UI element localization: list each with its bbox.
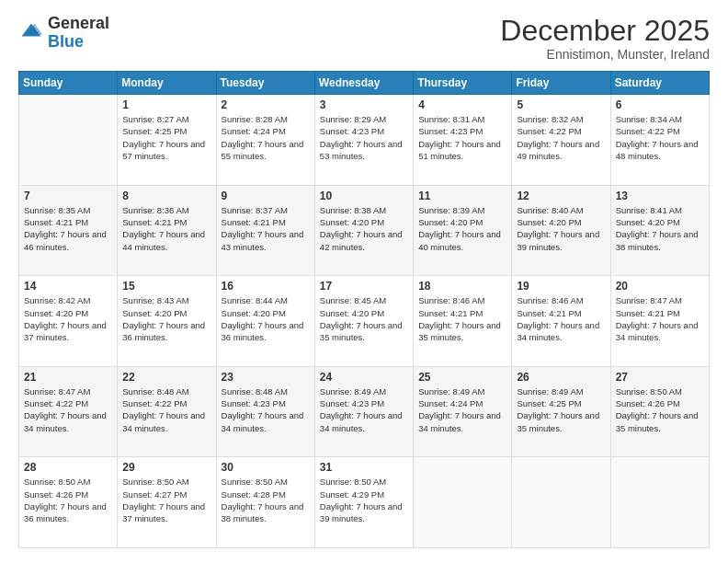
day-header-wednesday: Wednesday bbox=[314, 72, 413, 95]
calendar-cell: 11Sunrise: 8:39 AMSunset: 4:20 PMDayligh… bbox=[414, 185, 512, 276]
title-section: December 2025 Ennistimon, Munster, Irela… bbox=[500, 15, 710, 62]
day-detail: Sunrise: 8:45 AMSunset: 4:20 PMDaylight:… bbox=[320, 294, 408, 343]
day-number: 2 bbox=[222, 98, 310, 111]
header: General Blue December 2025 Ennistimon, M… bbox=[18, 15, 710, 62]
calendar-cell: 2Sunrise: 8:28 AMSunset: 4:24 PMDaylight… bbox=[216, 95, 314, 186]
logo-general-text: General bbox=[48, 14, 109, 32]
day-detail: Sunrise: 8:36 AMSunset: 4:21 PMDaylight:… bbox=[122, 204, 210, 253]
day-detail: Sunrise: 8:31 AMSunset: 4:23 PMDaylight:… bbox=[418, 113, 506, 162]
calendar-cell bbox=[414, 457, 512, 548]
day-number: 20 bbox=[616, 280, 704, 293]
logo: General Blue bbox=[18, 15, 109, 52]
day-detail: Sunrise: 8:50 AMSunset: 4:26 PMDaylight:… bbox=[616, 385, 704, 434]
day-detail: Sunrise: 8:47 AMSunset: 4:22 PMDaylight:… bbox=[24, 385, 112, 434]
calendar-cell: 29Sunrise: 8:50 AMSunset: 4:27 PMDayligh… bbox=[118, 457, 216, 548]
day-number: 16 bbox=[222, 280, 310, 293]
month-title: December 2025 bbox=[500, 15, 710, 47]
calendar-cell: 31Sunrise: 8:50 AMSunset: 4:29 PMDayligh… bbox=[314, 457, 413, 548]
day-detail: Sunrise: 8:50 AMSunset: 4:27 PMDaylight:… bbox=[122, 476, 210, 524]
day-number: 18 bbox=[418, 280, 506, 293]
day-detail: Sunrise: 8:40 AMSunset: 4:20 PMDaylight:… bbox=[517, 204, 605, 253]
day-number: 6 bbox=[616, 98, 704, 111]
calendar-cell: 14Sunrise: 8:42 AMSunset: 4:20 PMDayligh… bbox=[19, 276, 118, 367]
day-detail: Sunrise: 8:41 AMSunset: 4:20 PMDaylight:… bbox=[616, 204, 704, 253]
calendar-cell: 18Sunrise: 8:46 AMSunset: 4:21 PMDayligh… bbox=[414, 276, 512, 367]
day-number: 27 bbox=[616, 371, 704, 384]
calendar-cell: 30Sunrise: 8:50 AMSunset: 4:28 PMDayligh… bbox=[216, 457, 314, 548]
calendar-week-row: 14Sunrise: 8:42 AMSunset: 4:20 PMDayligh… bbox=[19, 276, 710, 367]
day-number: 12 bbox=[517, 190, 605, 202]
calendar-cell bbox=[512, 457, 610, 548]
calendar-cell: 13Sunrise: 8:41 AMSunset: 4:20 PMDayligh… bbox=[610, 185, 709, 276]
calendar-cell: 8Sunrise: 8:36 AMSunset: 4:21 PMDaylight… bbox=[118, 185, 216, 276]
calendar-cell: 7Sunrise: 8:35 AMSunset: 4:21 PMDaylight… bbox=[19, 185, 118, 276]
day-number: 25 bbox=[418, 371, 506, 384]
day-header-friday: Friday bbox=[512, 72, 610, 95]
day-number: 3 bbox=[320, 98, 408, 111]
calendar-cell: 12Sunrise: 8:40 AMSunset: 4:20 PMDayligh… bbox=[512, 185, 610, 276]
day-detail: Sunrise: 8:29 AMSunset: 4:23 PMDaylight:… bbox=[320, 113, 408, 162]
day-detail: Sunrise: 8:46 AMSunset: 4:21 PMDaylight:… bbox=[517, 294, 605, 343]
day-detail: Sunrise: 8:44 AMSunset: 4:20 PMDaylight:… bbox=[222, 294, 310, 343]
logo-icon bbox=[18, 20, 44, 46]
day-header-sunday: Sunday bbox=[19, 72, 118, 95]
day-detail: Sunrise: 8:49 AMSunset: 4:25 PMDaylight:… bbox=[517, 385, 605, 434]
calendar-cell: 23Sunrise: 8:48 AMSunset: 4:23 PMDayligh… bbox=[216, 366, 314, 457]
day-number: 21 bbox=[24, 371, 112, 384]
day-number: 11 bbox=[418, 190, 506, 202]
calendar-cell: 24Sunrise: 8:49 AMSunset: 4:23 PMDayligh… bbox=[314, 366, 413, 457]
day-number: 10 bbox=[320, 190, 408, 202]
day-detail: Sunrise: 8:35 AMSunset: 4:21 PMDaylight:… bbox=[24, 204, 112, 253]
day-number: 31 bbox=[320, 461, 408, 474]
day-header-tuesday: Tuesday bbox=[216, 72, 314, 95]
day-number: 24 bbox=[320, 371, 408, 384]
calendar-cell: 6Sunrise: 8:34 AMSunset: 4:22 PMDaylight… bbox=[610, 95, 709, 186]
day-number: 29 bbox=[122, 461, 210, 474]
day-number: 8 bbox=[122, 190, 210, 202]
calendar-cell: 4Sunrise: 8:31 AMSunset: 4:23 PMDaylight… bbox=[414, 95, 512, 186]
calendar-cell: 15Sunrise: 8:43 AMSunset: 4:20 PMDayligh… bbox=[118, 276, 216, 367]
calendar-cell: 17Sunrise: 8:45 AMSunset: 4:20 PMDayligh… bbox=[314, 276, 413, 367]
day-detail: Sunrise: 8:47 AMSunset: 4:21 PMDaylight:… bbox=[616, 294, 704, 343]
calendar-week-row: 7Sunrise: 8:35 AMSunset: 4:21 PMDaylight… bbox=[19, 185, 710, 276]
day-detail: Sunrise: 8:43 AMSunset: 4:20 PMDaylight:… bbox=[122, 294, 210, 343]
day-header-monday: Monday bbox=[118, 72, 216, 95]
calendar-table: SundayMondayTuesdayWednesdayThursdayFrid… bbox=[18, 71, 710, 548]
calendar-cell bbox=[610, 457, 709, 548]
page: General Blue December 2025 Ennistimon, M… bbox=[0, 0, 728, 563]
calendar-cell: 3Sunrise: 8:29 AMSunset: 4:23 PMDaylight… bbox=[314, 95, 413, 186]
day-number: 15 bbox=[122, 280, 210, 293]
day-detail: Sunrise: 8:50 AMSunset: 4:28 PMDaylight:… bbox=[222, 476, 310, 524]
calendar-cell: 16Sunrise: 8:44 AMSunset: 4:20 PMDayligh… bbox=[216, 276, 314, 367]
calendar-week-row: 1Sunrise: 8:27 AMSunset: 4:25 PMDaylight… bbox=[19, 95, 710, 186]
location: Ennistimon, Munster, Ireland bbox=[500, 47, 710, 62]
day-number: 28 bbox=[24, 461, 112, 474]
day-detail: Sunrise: 8:42 AMSunset: 4:20 PMDaylight:… bbox=[24, 294, 112, 343]
day-detail: Sunrise: 8:49 AMSunset: 4:23 PMDaylight:… bbox=[320, 385, 408, 434]
calendar-cell: 21Sunrise: 8:47 AMSunset: 4:22 PMDayligh… bbox=[19, 366, 118, 457]
calendar-cell: 22Sunrise: 8:48 AMSunset: 4:22 PMDayligh… bbox=[118, 366, 216, 457]
day-number: 7 bbox=[24, 190, 112, 202]
calendar-cell: 5Sunrise: 8:32 AMSunset: 4:22 PMDaylight… bbox=[512, 95, 610, 186]
calendar-cell: 19Sunrise: 8:46 AMSunset: 4:21 PMDayligh… bbox=[512, 276, 610, 367]
day-detail: Sunrise: 8:50 AMSunset: 4:26 PMDaylight:… bbox=[24, 476, 112, 524]
day-number: 1 bbox=[122, 98, 210, 111]
day-number: 22 bbox=[122, 371, 210, 384]
day-detail: Sunrise: 8:32 AMSunset: 4:22 PMDaylight:… bbox=[517, 113, 605, 162]
day-number: 13 bbox=[616, 190, 704, 202]
logo-blue-text: Blue bbox=[48, 32, 84, 51]
day-header-thursday: Thursday bbox=[414, 72, 512, 95]
day-number: 23 bbox=[222, 371, 310, 384]
day-detail: Sunrise: 8:46 AMSunset: 4:21 PMDaylight:… bbox=[418, 294, 506, 343]
day-detail: Sunrise: 8:28 AMSunset: 4:24 PMDaylight:… bbox=[222, 113, 310, 162]
calendar-cell bbox=[19, 95, 118, 186]
day-detail: Sunrise: 8:38 AMSunset: 4:20 PMDaylight:… bbox=[320, 204, 408, 253]
calendar-week-row: 28Sunrise: 8:50 AMSunset: 4:26 PMDayligh… bbox=[19, 457, 710, 548]
day-detail: Sunrise: 8:37 AMSunset: 4:21 PMDaylight:… bbox=[222, 204, 310, 253]
calendar-cell: 28Sunrise: 8:50 AMSunset: 4:26 PMDayligh… bbox=[19, 457, 118, 548]
day-detail: Sunrise: 8:34 AMSunset: 4:22 PMDaylight:… bbox=[616, 113, 704, 162]
calendar-header-row: SundayMondayTuesdayWednesdayThursdayFrid… bbox=[19, 72, 710, 95]
calendar-cell: 27Sunrise: 8:50 AMSunset: 4:26 PMDayligh… bbox=[610, 366, 709, 457]
day-detail: Sunrise: 8:50 AMSunset: 4:29 PMDaylight:… bbox=[320, 476, 408, 524]
calendar-cell: 10Sunrise: 8:38 AMSunset: 4:20 PMDayligh… bbox=[314, 185, 413, 276]
